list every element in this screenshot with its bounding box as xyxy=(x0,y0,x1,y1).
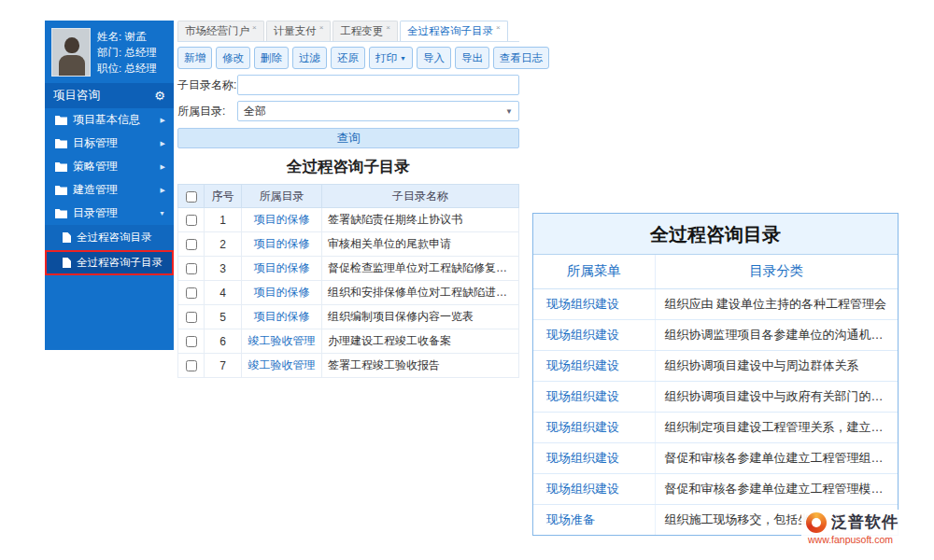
row-menu-link[interactable]: 现场组织建设 xyxy=(533,412,655,442)
row-menu-link[interactable]: 现场组织建设 xyxy=(533,288,655,319)
view-log-button[interactable]: 查看日志 xyxy=(493,47,549,69)
folder-icon xyxy=(55,138,67,148)
table-header-row: 所属菜单 目录分类 xyxy=(533,255,898,288)
sidebar-item-project-basic-info[interactable]: 项目基本信息 ▶ xyxy=(45,108,174,132)
row-name: 组织编制项目保修内容一览表 xyxy=(322,305,519,329)
row-name: 签署缺陷责任期终止协议书 xyxy=(322,208,519,232)
row-directory-link[interactable]: 项目的保修 xyxy=(254,213,310,226)
table-row: 现场组织建设 组织协调监理项目各参建单位的沟通机制... xyxy=(533,319,898,350)
toolbar: 新增 修改 删除 过滤 还原 打印 ▼ 导入 导出 查看日志 xyxy=(177,47,519,69)
table-row: 现场组织建设 组织协调项目建设中与政府有关部门的关系 xyxy=(533,381,898,412)
fanpu-logo-icon xyxy=(806,512,827,533)
tab-process-consult-subdirectory[interactable]: 全过程咨询子目录 × xyxy=(400,21,508,41)
close-icon[interactable]: × xyxy=(319,23,324,32)
filter-button[interactable]: 过滤 xyxy=(292,47,327,69)
sidebar-item-strategy-management[interactable]: 策略管理 ▶ xyxy=(45,155,174,178)
row-checkbox[interactable] xyxy=(186,360,197,371)
row-seq: 4 xyxy=(205,281,242,305)
chevron-right-icon: ▶ xyxy=(161,140,165,147)
main-content: 市场经营门户 × 计量支付 × 工程变更 × 全过程咨询子目录 × 新增 修改 … xyxy=(177,21,519,378)
tab-market-management-portal[interactable]: 市场经营门户 × xyxy=(177,21,264,41)
row-directory-link[interactable]: 竣工验收管理 xyxy=(248,358,316,371)
screen: 姓名: 谢孟 部门: 总经理 职位: 总经理 项目咨询 ⚙ 项目基本信息 ▶ 目… xyxy=(0,0,934,560)
row-directory-link[interactable]: 项目的保修 xyxy=(254,237,310,250)
row-menu-link[interactable]: 现场组织建设 xyxy=(533,473,655,504)
row-checkbox[interactable] xyxy=(186,336,197,347)
table-row[interactable]: 3 项目的保修 督促检查监理单位对工程缺陷修复施工进行跟进的落实... xyxy=(178,257,519,281)
row-menu-link[interactable]: 现场组织建设 xyxy=(533,381,655,412)
delete-button[interactable]: 删除 xyxy=(254,47,289,69)
sidebar-item-process-consult-directory[interactable]: 全过程咨询目录 xyxy=(45,225,174,250)
row-checkbox[interactable] xyxy=(186,312,197,323)
tab-label: 计量支付 xyxy=(274,24,317,38)
restore-button[interactable]: 还原 xyxy=(331,47,365,69)
table-row[interactable]: 6 竣工验收管理 办理建设工程竣工收备案 xyxy=(178,329,519,354)
close-icon[interactable]: × xyxy=(252,23,257,32)
row-seq: 6 xyxy=(205,329,242,354)
sidebar-item-label: 项目基本信息 xyxy=(73,112,140,128)
parent-directory-select[interactable]: 全部 ▼ xyxy=(237,101,519,121)
parent-directory-label: 所属目录: xyxy=(177,104,237,119)
row-checkbox[interactable] xyxy=(186,215,197,226)
directory-table: 所属菜单 目录分类 现场组织建设 组织应由 建设单位主持的各种工程管理会 现场组… xyxy=(533,255,898,535)
edit-button[interactable]: 修改 xyxy=(216,47,250,69)
sidebar-item-process-consult-subdirectory[interactable]: 全过程咨询子目录 xyxy=(45,250,174,275)
chevron-right-icon: ▶ xyxy=(161,187,165,194)
subdirectory-name-input[interactable] xyxy=(237,75,519,95)
row-name: 组织和安排保修单位对工程缺陷进行修复施工，并跟踪... xyxy=(322,281,519,305)
watermark: 泛普软件 www.fanpusoft.com xyxy=(801,510,903,547)
parent-directory-row: 所属目录: 全部 ▼ xyxy=(177,101,519,121)
folder-open-icon xyxy=(55,208,67,218)
table-header-row: 序号 所属目录 子目录名称 xyxy=(178,185,519,208)
sidebar-item-label: 全过程咨询目录 xyxy=(77,231,152,245)
row-seq: 1 xyxy=(205,208,242,232)
document-icon xyxy=(63,258,71,268)
row-menu-link[interactable]: 现场准备 xyxy=(533,504,655,535)
row-directory-link[interactable]: 项目的保修 xyxy=(254,261,310,274)
query-button[interactable]: 查询 xyxy=(177,128,519,148)
tab-label: 全过程咨询子目录 xyxy=(407,24,493,38)
import-button[interactable]: 导入 xyxy=(417,47,451,69)
document-icon xyxy=(63,232,71,243)
row-menu-link[interactable]: 现场组织建设 xyxy=(533,442,655,473)
row-menu-link[interactable]: 现场组织建设 xyxy=(533,350,655,381)
watermark-row: 泛普软件 xyxy=(806,511,899,533)
tab-engineering-change[interactable]: 工程变更 × xyxy=(333,21,398,41)
table-row[interactable]: 5 项目的保修 组织编制项目保修内容一览表 xyxy=(178,305,519,329)
row-category: 组织协调监理项目各参建单位的沟通机制... xyxy=(655,319,898,350)
subdirectory-name-row: 子目录名称: xyxy=(177,75,519,95)
row-category: 组织协调项目建设中与政府有关部门的关系 xyxy=(655,381,898,412)
sidebar: 姓名: 谢孟 部门: 总经理 职位: 总经理 项目咨询 ⚙ 项目基本信息 ▶ 目… xyxy=(45,21,174,350)
column-header-menu: 所属菜单 xyxy=(533,255,655,288)
table-row[interactable]: 4 项目的保修 组织和安排保修单位对工程缺陷进行修复施工，并跟踪... xyxy=(178,281,519,305)
sidebar-item-directory-management[interactable]: 目录管理 ▼ xyxy=(45,202,174,225)
parent-directory-value: 全部 xyxy=(244,104,266,119)
select-all-checkbox[interactable] xyxy=(186,191,197,203)
sidebar-item-target-management[interactable]: 目标管理 ▶ xyxy=(45,132,174,155)
gear-icon[interactable]: ⚙ xyxy=(154,89,165,103)
row-checkbox[interactable] xyxy=(186,287,197,299)
row-directory-link[interactable]: 项目的保修 xyxy=(254,286,310,299)
row-directory-link[interactable]: 竣工验收管理 xyxy=(248,334,316,347)
sidebar-item-label: 全过程咨询子目录 xyxy=(77,256,163,270)
tab-bar: 市场经营门户 × 计量支付 × 工程变更 × 全过程咨询子目录 × xyxy=(177,21,519,42)
export-button[interactable]: 导出 xyxy=(455,47,489,69)
row-checkbox[interactable] xyxy=(186,263,197,274)
add-button[interactable]: 新增 xyxy=(177,47,212,69)
print-button[interactable]: 打印 ▼ xyxy=(369,47,413,69)
close-icon[interactable]: × xyxy=(386,23,390,32)
row-menu-link[interactable]: 现场组织建设 xyxy=(533,319,655,350)
column-header-directory: 所属目录 xyxy=(242,185,322,208)
dropdown-arrow-icon: ▼ xyxy=(505,107,513,116)
table-row: 现场组织建设 组织制定项目建设工程管理关系，建立相... xyxy=(533,412,898,442)
table-row: 现场组织建设 督促和审核各参建单位建立工程管理模式... xyxy=(533,473,898,504)
avatar-head xyxy=(64,37,79,53)
table-row[interactable]: 1 项目的保修 签署缺陷责任期终止协议书 xyxy=(178,208,519,232)
tab-measurement-payment[interactable]: 计量支付 × xyxy=(266,21,332,41)
close-icon[interactable]: × xyxy=(496,23,501,32)
sidebar-item-construction-management[interactable]: 建造管理 ▶ xyxy=(45,178,174,202)
table-row[interactable]: 7 竣工验收管理 签署工程竣工验收报告 xyxy=(178,354,519,378)
row-directory-link[interactable]: 项目的保修 xyxy=(254,310,310,323)
row-checkbox[interactable] xyxy=(186,239,197,250)
table-row[interactable]: 2 项目的保修 审核相关单位的尾款申请 xyxy=(178,232,519,257)
